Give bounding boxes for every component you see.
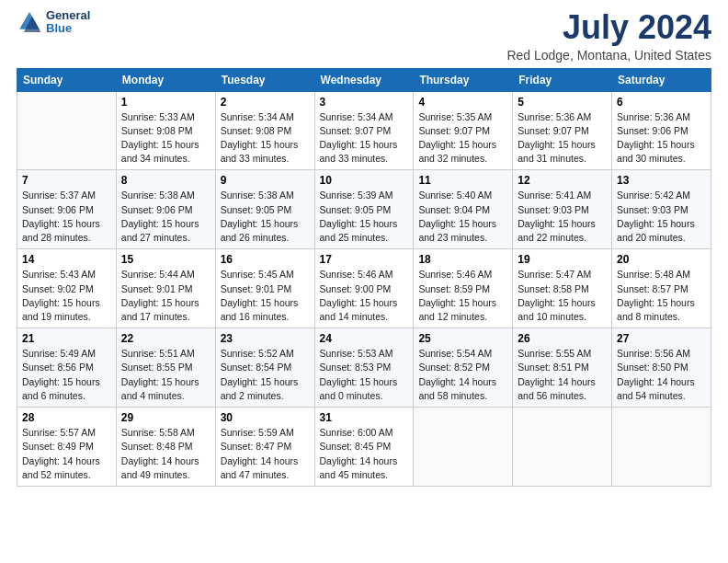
calendar-cell: 10Sunrise: 5:39 AMSunset: 9:05 PMDayligh… (314, 170, 414, 249)
daylight-text-2: and 54 minutes. (617, 389, 706, 403)
location: Red Lodge, Montana, United States (506, 48, 711, 63)
sunset-text: Sunset: 8:54 PM (221, 361, 310, 374)
day-info: Sunrise: 5:47 AMSunset: 8:58 PMDaylight:… (518, 268, 607, 324)
sunrise-text: Sunrise: 5:38 AM (221, 189, 310, 202)
sunset-text: Sunset: 8:49 PM (22, 440, 111, 454)
day-number: 12 (518, 174, 607, 187)
day-number: 15 (121, 253, 210, 266)
calendar-cell: 3Sunrise: 5:34 AMSunset: 9:07 PMDaylight… (314, 91, 414, 170)
sunset-text: Sunset: 8:51 PM (518, 361, 607, 374)
day-number: 14 (22, 253, 111, 266)
sunset-text: Sunset: 9:02 PM (22, 282, 111, 296)
daylight-text-2: and 30 minutes. (617, 152, 706, 166)
sunset-text: Sunset: 8:57 PM (617, 282, 706, 296)
day-info: Sunrise: 5:58 AMSunset: 8:48 PMDaylight:… (121, 426, 210, 482)
sunrise-text: Sunrise: 6:00 AM (320, 426, 409, 440)
calendar-cell: 15Sunrise: 5:44 AMSunset: 9:01 PMDayligh… (116, 249, 215, 328)
sunrise-text: Sunrise: 5:58 AM (121, 426, 210, 440)
sunrise-text: Sunrise: 5:55 AM (518, 347, 607, 361)
daylight-text-1: Daylight: 15 hours (121, 375, 210, 389)
sunrise-text: Sunrise: 5:53 AM (320, 347, 409, 361)
sunset-text: Sunset: 9:01 PM (121, 282, 210, 296)
sunset-text: Sunset: 8:50 PM (617, 361, 706, 374)
sunrise-text: Sunrise: 5:36 AM (518, 110, 607, 124)
daylight-text-1: Daylight: 14 hours (617, 375, 706, 389)
daylight-text-1: Daylight: 15 hours (518, 138, 607, 152)
sunset-text: Sunset: 8:47 PM (221, 440, 310, 454)
header-wednesday: Wednesday (314, 68, 414, 91)
day-number: 2 (221, 96, 310, 109)
sunrise-text: Sunrise: 5:37 AM (22, 189, 111, 202)
calendar-cell: 28Sunrise: 5:57 AMSunset: 8:49 PMDayligh… (17, 408, 117, 487)
logo-general: General (46, 9, 90, 22)
sunset-text: Sunset: 8:55 PM (121, 361, 210, 374)
day-number: 22 (121, 332, 210, 345)
daylight-text-2: and 22 minutes. (518, 231, 607, 245)
sunset-text: Sunset: 8:59 PM (418, 282, 507, 296)
logo: General Blue (17, 9, 90, 36)
sunrise-text: Sunrise: 5:47 AM (518, 268, 607, 282)
daylight-text-2: and 25 minutes. (320, 231, 409, 245)
day-number: 1 (121, 96, 210, 109)
day-number: 25 (418, 332, 507, 345)
calendar-cell: 21Sunrise: 5:49 AMSunset: 8:56 PMDayligh… (17, 328, 117, 408)
calendar-cell: 25Sunrise: 5:54 AMSunset: 8:52 PMDayligh… (414, 328, 513, 408)
calendar-cell: 27Sunrise: 5:56 AMSunset: 8:50 PMDayligh… (612, 328, 711, 408)
daylight-text-2: and 45 minutes. (320, 468, 409, 482)
day-info: Sunrise: 5:55 AMSunset: 8:51 PMDaylight:… (518, 347, 607, 403)
daylight-text-1: Daylight: 15 hours (121, 296, 210, 310)
day-info: Sunrise: 5:46 AMSunset: 9:00 PMDaylight:… (320, 268, 409, 324)
sunrise-text: Sunrise: 5:41 AM (518, 189, 607, 202)
sunrise-text: Sunrise: 5:34 AM (221, 110, 310, 124)
daylight-text-1: Daylight: 15 hours (221, 375, 310, 389)
calendar: Sunday Monday Tuesday Wednesday Thursday… (17, 68, 711, 487)
sunrise-text: Sunrise: 5:46 AM (418, 268, 507, 282)
daylight-text-2: and 27 minutes. (121, 231, 210, 245)
day-number: 21 (22, 332, 111, 345)
sunrise-text: Sunrise: 5:35 AM (418, 110, 507, 124)
day-info: Sunrise: 5:48 AMSunset: 8:57 PMDaylight:… (617, 268, 706, 324)
day-number: 26 (518, 332, 607, 345)
day-number: 13 (617, 174, 706, 187)
day-number: 9 (221, 174, 310, 187)
sunrise-text: Sunrise: 5:59 AM (221, 426, 310, 440)
daylight-text-1: Daylight: 15 hours (22, 217, 111, 231)
daylight-text-2: and 16 minutes. (221, 310, 310, 324)
sunset-text: Sunset: 9:05 PM (221, 203, 310, 217)
daylight-text-1: Daylight: 15 hours (518, 296, 607, 310)
calendar-cell: 24Sunrise: 5:53 AMSunset: 8:53 PMDayligh… (314, 328, 414, 408)
sunset-text: Sunset: 9:01 PM (221, 282, 310, 296)
day-number: 27 (617, 332, 706, 345)
sunrise-text: Sunrise: 5:54 AM (418, 347, 507, 361)
daylight-text-2: and 34 minutes. (121, 152, 210, 166)
daylight-text-1: Daylight: 15 hours (320, 217, 409, 231)
day-info: Sunrise: 5:42 AMSunset: 9:03 PMDaylight:… (617, 189, 706, 245)
logo-blue: Blue (46, 22, 90, 35)
day-number: 8 (121, 174, 210, 187)
calendar-week-3: 21Sunrise: 5:49 AMSunset: 8:56 PMDayligh… (17, 328, 711, 408)
day-info: Sunrise: 6:00 AMSunset: 8:45 PMDaylight:… (320, 426, 409, 482)
sunset-text: Sunset: 8:56 PM (22, 361, 111, 374)
day-info: Sunrise: 5:56 AMSunset: 8:50 PMDaylight:… (617, 347, 706, 403)
sunrise-text: Sunrise: 5:45 AM (221, 268, 310, 282)
header-sunday: Sunday (17, 68, 117, 91)
sunrise-text: Sunrise: 5:38 AM (121, 189, 210, 202)
sunset-text: Sunset: 9:06 PM (22, 203, 111, 217)
day-number: 11 (418, 174, 507, 187)
sunrise-text: Sunrise: 5:39 AM (320, 189, 409, 202)
header-thursday: Thursday (414, 68, 513, 91)
daylight-text-2: and 10 minutes. (518, 310, 607, 324)
daylight-text-1: Daylight: 14 hours (22, 454, 111, 468)
sunset-text: Sunset: 9:03 PM (518, 203, 607, 217)
calendar-cell: 6Sunrise: 5:36 AMSunset: 9:06 PMDaylight… (612, 91, 711, 170)
daylight-text-1: Daylight: 15 hours (22, 296, 111, 310)
day-info: Sunrise: 5:39 AMSunset: 9:05 PMDaylight:… (320, 189, 409, 245)
day-info: Sunrise: 5:41 AMSunset: 9:03 PMDaylight:… (518, 189, 607, 245)
calendar-cell: 1Sunrise: 5:33 AMSunset: 9:08 PMDaylight… (116, 91, 215, 170)
sunrise-text: Sunrise: 5:52 AM (221, 347, 310, 361)
header-tuesday: Tuesday (215, 68, 314, 91)
sunset-text: Sunset: 9:03 PM (617, 203, 706, 217)
calendar-cell: 7Sunrise: 5:37 AMSunset: 9:06 PMDaylight… (17, 170, 117, 249)
daylight-text-2: and 58 minutes. (418, 389, 507, 403)
daylight-text-1: Daylight: 15 hours (320, 375, 409, 389)
